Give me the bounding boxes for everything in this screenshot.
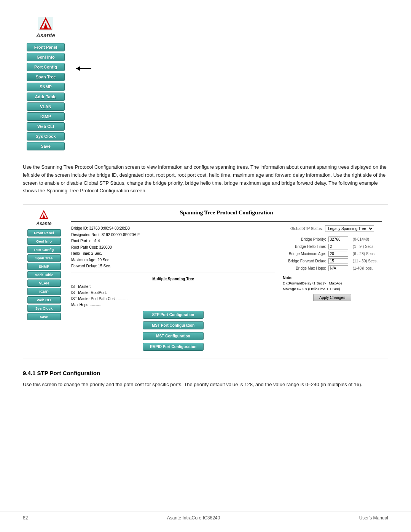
screenshot-nav-sys-clock[interactable]: Sys Clock: [27, 305, 61, 312]
mst-config-btn[interactable]: MST Configuration: [143, 332, 204, 340]
global-stp-row: Global STP Status: Legacy Spanning Tree …: [283, 225, 382, 232]
bridge-max-age-row: Bridge Maximum Age: (6 - 28) Secs.: [283, 250, 382, 257]
bridge-forward-delay-row: Bridge Forward Delay: (11 - 30) Secs.: [283, 257, 382, 265]
screenshot-nav-snmp[interactable]: SNMP: [27, 263, 61, 270]
logo-area: Asante: [36, 15, 55, 38]
screenshot-logo: Asante: [36, 209, 51, 226]
bridge-max-hops-row: Bridge Max Hops: (1-40)Hops.: [283, 265, 382, 272]
bridge-id-line: Bridge ID: 32768 0:00:94:88:20:B3: [71, 225, 275, 232]
bridge-hello-row: Bridge Hello Time: (1 - 9 ) Secs.: [283, 243, 382, 250]
ist-master-line: IST Master: --------: [71, 284, 275, 290]
bridge-hello-input[interactable]: [328, 244, 348, 249]
nav-btn-snmp[interactable]: SNMP: [27, 83, 65, 91]
screenshot-section: Asante Front Panel Genl Info Port Config…: [23, 204, 388, 358]
footer-center-text: Asante IntraCore IC36240: [167, 515, 220, 521]
screenshot-nav-addr-table[interactable]: Addr Table: [27, 271, 61, 278]
global-stp-label: Global STP Status:: [290, 227, 323, 231]
hello-time-line: Hello Time: 2 Sec.: [71, 251, 275, 257]
svg-marker-7: [42, 214, 46, 219]
bridge-priority-label: Bridge Priority:: [283, 236, 327, 243]
nav-btn-vlan[interactable]: VLAN: [27, 102, 65, 111]
screenshot-sidebar: Asante Front Panel Genl Info Port Config…: [23, 205, 65, 358]
bridge-priority-input[interactable]: [328, 236, 348, 242]
screenshot-nav-port-config[interactable]: Port Config: [27, 246, 61, 253]
stp-body: Bridge ID: 32768 0:00:94:88:20:B3 Design…: [71, 225, 382, 353]
global-stp-select[interactable]: Legacy Spanning Tree RSTP MSTP Disabled: [325, 225, 374, 232]
ist-master-rootport-line: IST Master RootPort: --------: [71, 290, 275, 296]
arrow-icon: [72, 61, 95, 76]
logo-text: Asante: [36, 32, 55, 38]
forward-delay-line: Forward Delay: 15 Sec.: [71, 263, 275, 270]
top-sidebar: Asante Front Panel Genl Info Port Config…: [23, 15, 68, 152]
svg-marker-5: [76, 66, 80, 71]
top-section: Asante Front Panel Genl Info Port Config…: [23, 15, 388, 152]
screenshot-content: Spanning Tree Protocol Configuration Bri…: [65, 205, 388, 358]
nav-btn-genl-info[interactable]: Genl Info: [27, 53, 65, 61]
stp-title: Spanning Tree Protocol Configuration: [71, 209, 382, 216]
mst-port-config-btn[interactable]: MST Port Configuration: [143, 321, 204, 329]
nav-btn-sys-clock[interactable]: Sys Clock: [27, 132, 65, 141]
bridge-forward-delay-input[interactable]: [328, 258, 348, 264]
note-label: Note:: [283, 276, 293, 280]
apply-changes-btn[interactable]: Apply Changes: [313, 294, 351, 301]
footer-right-text: User's Manual: [359, 515, 388, 521]
screenshot-logo-text: Asante: [36, 221, 51, 226]
stp-port-config-btn[interactable]: STP Port Configuration: [143, 311, 204, 319]
bridge-max-hops-range: (1-40)Hops.: [352, 265, 382, 272]
screenshot-nav-web-cli[interactable]: Web CLI: [27, 296, 61, 304]
bridge-priority-row: Bridge Priority: (0-61440): [283, 236, 382, 243]
screenshot-nav-igmp[interactable]: IGMP: [27, 288, 61, 295]
max-hops-line: Max Hops: --------: [71, 302, 275, 308]
section-941-text: Use this screen to change the priority a…: [23, 381, 388, 389]
bridge-max-hops-label: Bridge Max Hops:: [283, 265, 327, 272]
bridge-forward-delay-range: (11 - 30) Secs.: [352, 257, 382, 265]
screenshot-nav-genl-info[interactable]: Genl Info: [27, 238, 61, 245]
root-port-line: Root Port: eth1.4: [71, 238, 275, 244]
bridge-hello-range: (1 - 9 ) Secs.: [352, 243, 382, 250]
asante-logo-icon: [37, 15, 55, 32]
designated-root-line: Designated Root: 8192 00000-8F020A:F: [71, 232, 275, 238]
nav-btn-front-panel[interactable]: Front Panel: [27, 43, 65, 51]
bridge-forward-delay-label: Bridge Forward Delay:: [283, 257, 327, 265]
stp-left-panel: Bridge ID: 32768 0:00:94:88:20:B3 Design…: [71, 225, 275, 353]
screenshot-nav-save[interactable]: Save: [27, 313, 61, 320]
nav-btn-span-tree[interactable]: Span Tree: [27, 73, 65, 81]
stp-right-panel: Global STP Status: Legacy Spanning Tree …: [283, 225, 382, 353]
screenshot-nav-vlan[interactable]: VLAN: [27, 280, 61, 287]
mst-title: Multiple Spanning Tree: [71, 276, 275, 283]
nav-btn-web-cli[interactable]: Web CLI: [27, 122, 65, 131]
bridge-max-age-input[interactable]: [328, 251, 348, 257]
bridge-max-age-range: (6 - 28) Secs.: [352, 250, 382, 257]
nav-btn-port-config[interactable]: Port Config: [27, 63, 65, 71]
page: Asante Front Panel Genl Info Port Config…: [0, 0, 411, 532]
bridge-max-hops-input[interactable]: [328, 265, 348, 271]
footer-page-number: 82: [23, 515, 28, 521]
mst-section: Multiple Spanning Tree IST Master: -----…: [71, 276, 275, 308]
screenshot-nav-span-tree[interactable]: Span Tree: [27, 254, 61, 262]
nav-btn-igmp[interactable]: IGMP: [27, 112, 65, 121]
nav-btn-save[interactable]: Save: [27, 142, 65, 150]
screenshot-logo-icon: [37, 209, 51, 221]
note-section: Note: 2 x(ForwardDelay+1 Sec)>= MaxAge M…: [283, 275, 382, 292]
bridge-hello-label: Bridge Hello Time:: [283, 243, 327, 250]
section-941-heading: 9.4.1 STP Port Configuration: [23, 370, 388, 376]
bridge-priority-range: (0-61440): [352, 236, 382, 243]
section-941: 9.4.1 STP Port Configuration Use this sc…: [23, 370, 388, 389]
max-age-line: Maximum Age: 20 Sec.: [71, 257, 275, 264]
nav-btn-addr-table[interactable]: Addr Table: [27, 93, 65, 101]
note-line1: 2 x(ForwardDelay+1 Sec)>= MaxAge: [283, 281, 382, 286]
field-table: Bridge Priority: (0-61440) Bridge Hello …: [283, 236, 382, 272]
rapid-port-config-btn[interactable]: RAPID Port Configuration: [143, 343, 204, 351]
ist-master-path-cost-line: IST Master Port Path Cost: --------: [71, 296, 275, 302]
page-footer: 82 Asante IntraCore IC36240 User's Manua…: [0, 511, 411, 521]
description-text: Use the Spanning Tree Protocol Configura…: [23, 163, 388, 195]
root-path-cost-line: Root Path Cost: 320000: [71, 244, 275, 251]
bridge-max-age-label: Bridge Maximum Age:: [283, 250, 327, 257]
arrow-area: [72, 15, 95, 152]
note-line2: MaxAge >= 2 x (HelloTime + 1 Sec): [283, 286, 382, 292]
screenshot-nav-front-panel[interactable]: Front Panel: [27, 229, 61, 236]
